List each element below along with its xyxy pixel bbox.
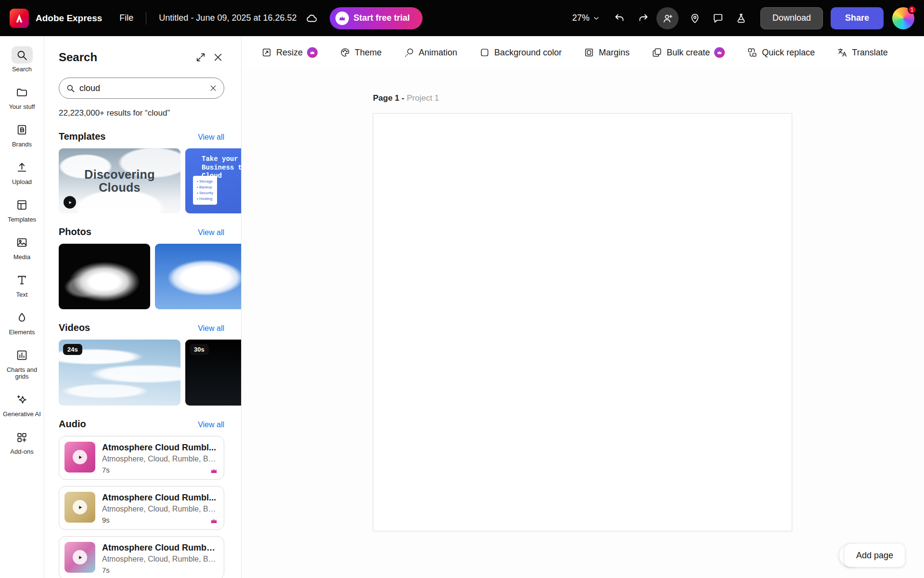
photo-thumbnail[interactable] xyxy=(59,244,150,309)
invite-collaborators-button[interactable] xyxy=(656,7,679,29)
download-button[interactable]: Download xyxy=(760,7,823,29)
audio-thumbnail xyxy=(64,442,95,473)
toolbar-theme[interactable]: Theme xyxy=(340,47,382,58)
location-pin-icon xyxy=(689,13,701,24)
sidebar-label: Media xyxy=(13,254,30,261)
share-button[interactable]: Share xyxy=(831,7,884,29)
audio-heading: Audio xyxy=(59,419,198,430)
audio-list-item[interactable]: Atmosphere Cloud Rumble ... Atmosphere, … xyxy=(59,536,224,578)
audio-list-item[interactable]: Atmosphere Cloud Rumbl... Atmosphere, Cl… xyxy=(59,486,224,530)
sidebar-item-elements[interactable]: Elements xyxy=(0,304,44,342)
sidebar-item-search[interactable]: Search xyxy=(0,41,44,79)
add-ons-icon xyxy=(12,429,33,446)
toolbar-resize[interactable]: Resize xyxy=(261,47,318,58)
video-thumbnail[interactable]: 30s xyxy=(185,340,241,406)
toolbar-quick-replace[interactable]: Quick replace xyxy=(747,47,815,58)
audio-duration: 9s xyxy=(102,516,218,524)
top-bar: Adobe Express File Untitled - June 09, 2… xyxy=(0,0,924,36)
video-duration-badge: 24s xyxy=(63,344,82,355)
toolbar-margins[interactable]: Margins xyxy=(584,47,629,58)
search-input[interactable] xyxy=(79,83,205,93)
template-thumbnail[interactable]: Discovering Clouds xyxy=(59,148,180,213)
template-thumbnail[interactable]: Take your Business to The Cloud Storage … xyxy=(185,148,241,213)
audio-duration: 7s xyxy=(102,466,218,474)
template-bullet-list: Storage Backup Security Hosting xyxy=(193,176,217,205)
templates-view-all-link[interactable]: View all xyxy=(198,133,224,142)
start-free-trial-button[interactable]: Start free trial xyxy=(330,7,423,29)
photos-view-all-link[interactable]: View all xyxy=(198,228,224,237)
results-summary: 22,223,000+ results for “cloud” xyxy=(59,108,241,118)
audio-subtitle: Atmosphere, Cloud, Rumble, By, L... xyxy=(102,455,218,463)
audio-title: Atmosphere Cloud Rumbl... xyxy=(102,443,218,453)
sidebar-item-charts-and-grids[interactable]: Charts and grids xyxy=(0,342,44,386)
page-number: Page 1 - xyxy=(373,93,404,103)
zoom-control[interactable]: 27% xyxy=(572,13,600,23)
audio-view-all-link[interactable]: View all xyxy=(198,420,224,429)
clear-search-button[interactable] xyxy=(209,84,217,92)
clear-icon xyxy=(209,84,217,92)
toolbar-background-color[interactable]: Background color xyxy=(479,47,562,58)
redo-button[interactable] xyxy=(633,9,653,28)
premium-crown-icon xyxy=(210,517,218,525)
document-page[interactable] xyxy=(373,113,792,531)
sidebar-label: Generative AI xyxy=(3,411,41,418)
sidebar-item-media[interactable]: Media xyxy=(0,229,44,266)
toolbar-label: Animation xyxy=(419,48,457,58)
undo-button[interactable] xyxy=(610,9,629,28)
audio-thumbnail xyxy=(64,542,95,573)
toolbar-animation[interactable]: Animation xyxy=(404,47,457,58)
audio-title: Atmosphere Cloud Rumbl... xyxy=(102,493,218,503)
document-title[interactable]: Untitled - June 09, 2025 at 16.26.52 xyxy=(159,13,296,23)
text-icon xyxy=(12,272,33,289)
search-input-wrapper xyxy=(59,78,224,99)
comments-button[interactable] xyxy=(708,9,728,28)
app-title: Adobe Express xyxy=(36,13,102,24)
avatar[interactable]: 1 xyxy=(892,7,914,29)
sidebar-item-templates[interactable]: Templates xyxy=(0,191,44,229)
sidebar-item-text[interactable]: Text xyxy=(0,266,44,304)
brands-icon xyxy=(12,121,33,139)
sidebar-label: Templates xyxy=(8,216,36,223)
zoom-value: 27% xyxy=(572,13,590,23)
sidebar-item-your-stuff[interactable]: Your stuff xyxy=(0,79,44,116)
expand-icon xyxy=(195,52,206,63)
expand-panel-button[interactable] xyxy=(192,49,209,66)
search-icon xyxy=(12,46,33,64)
file-menu[interactable]: File xyxy=(119,13,133,23)
add-page-button[interactable]: Add page xyxy=(845,544,905,567)
play-icon[interactable] xyxy=(73,500,87,514)
audio-duration: 7s xyxy=(102,566,218,574)
videos-heading: Videos xyxy=(59,322,198,333)
toolbar-bulk-create[interactable]: Bulk create xyxy=(652,47,725,58)
sidebar-label: Your stuff xyxy=(9,104,35,111)
sidebar-label: Search xyxy=(12,66,32,73)
sidebar-item-upload[interactable]: Upload xyxy=(0,154,44,191)
location-share-button[interactable] xyxy=(685,9,705,28)
sidebar-label: Add-ons xyxy=(10,448,33,456)
adobe-express-logo[interactable] xyxy=(10,9,29,28)
toolbar-translate[interactable]: Translate xyxy=(837,47,887,58)
audio-subtitle: Atmosphere, Cloud, Rumble, By, Lo... xyxy=(102,555,218,564)
person-add-icon xyxy=(662,13,673,24)
bulk-create-icon xyxy=(652,47,662,58)
flask-icon xyxy=(735,13,747,24)
sidebar-item-add-ons[interactable]: Add-ons xyxy=(0,423,44,461)
photo-thumbnail[interactable] xyxy=(155,244,241,309)
audio-list-item[interactable]: Atmosphere Cloud Rumbl... Atmosphere, Cl… xyxy=(59,436,224,480)
sidebar-item-brands[interactable]: Brands xyxy=(0,116,44,154)
charts-icon xyxy=(12,347,33,364)
comment-icon xyxy=(712,13,724,24)
undo-icon xyxy=(614,13,626,24)
play-icon[interactable] xyxy=(73,450,87,464)
videos-view-all-link[interactable]: View all xyxy=(198,324,224,333)
beta-features-button[interactable] xyxy=(732,9,751,28)
search-input-icon xyxy=(66,84,75,93)
close-panel-button[interactable] xyxy=(209,49,227,66)
photos-section: Photos View all xyxy=(59,226,241,309)
sidebar-label: Charts and grids xyxy=(1,367,43,381)
play-icon[interactable] xyxy=(73,550,87,565)
sidebar-item-generative-ai[interactable]: Generative AI xyxy=(0,386,44,423)
video-thumbnail[interactable]: 24s xyxy=(59,340,180,406)
video-duration-badge: 30s xyxy=(190,344,209,355)
toolbar-label: Margins xyxy=(599,48,629,58)
